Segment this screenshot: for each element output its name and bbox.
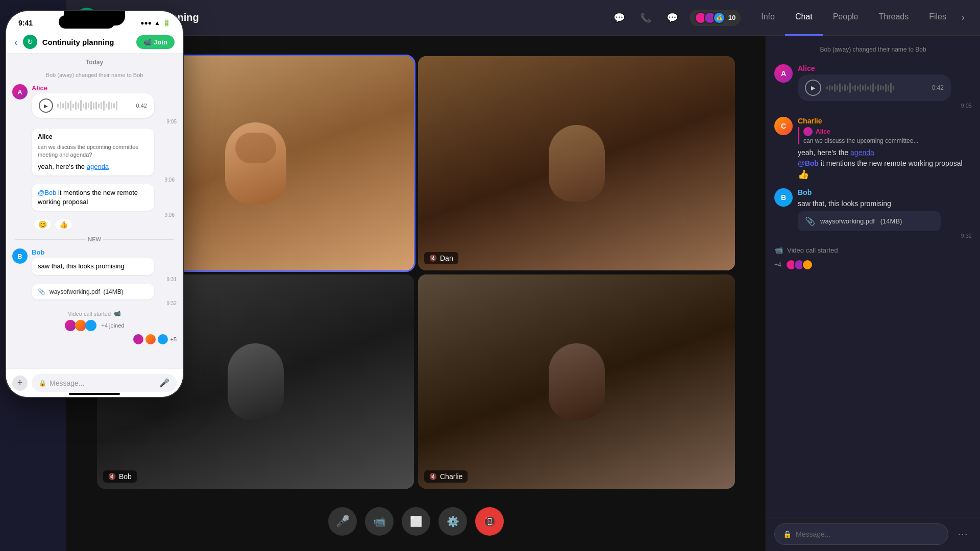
chat-joined-info: +4 bbox=[774, 258, 972, 272]
phone-call-video-icon: 📹 bbox=[114, 310, 121, 317]
phone-add-button[interactable]: + bbox=[12, 375, 28, 391]
charlie-face bbox=[549, 343, 605, 420]
video-cell-dan: 🔇 Dan bbox=[418, 56, 735, 270]
participants-count: 10 bbox=[728, 14, 736, 21]
tab-people[interactable]: People bbox=[823, 0, 869, 36]
phone-extra-avatar-1 bbox=[133, 334, 143, 344]
tab-chat[interactable]: Chat bbox=[785, 0, 823, 36]
phone-join-button[interactable]: 📹 Join bbox=[136, 35, 175, 49]
chat-bob-avatar: B bbox=[774, 188, 793, 207]
phone-input-placeholder: Message... bbox=[50, 379, 156, 387]
phone-file-attachment-icon: 📎 bbox=[38, 288, 45, 295]
chat-reply-header: Alice bbox=[803, 127, 972, 136]
phone-bob-avatar: B bbox=[12, 248, 28, 264]
chat-action-button[interactable]: 💬 bbox=[610, 9, 628, 27]
phone-status-icons: ●●● ▲ 🔋 bbox=[140, 19, 170, 27]
phone-voice-duration: 0:42 bbox=[136, 103, 147, 109]
chat-bob-mention: @Bob bbox=[798, 159, 819, 167]
chat-sidebar: Bob (away) changed their name to Bob A A… bbox=[766, 36, 980, 551]
phone-chat-body: Today Bob (away) changed their name to B… bbox=[6, 54, 183, 383]
phone-reaction-thumbsup[interactable]: 👍 bbox=[55, 219, 72, 230]
phone-channel-title: Continuity planning bbox=[42, 38, 132, 46]
phone-header: ‹ ↻ Continuity planning 📹 Join bbox=[6, 31, 183, 54]
phone-back-button[interactable]: ‹ bbox=[14, 36, 18, 48]
chat-charlie-reply: Alice can we discuss the upcoming commit… bbox=[798, 127, 972, 144]
phone-message-input[interactable]: 🔒 Message... 🎤 bbox=[32, 374, 177, 392]
alice-face bbox=[225, 122, 286, 204]
chat-reply-text: can we discuss the upcoming committee... bbox=[803, 137, 972, 144]
phone-alice-name: Alice bbox=[32, 84, 177, 92]
chat-call-video-icon: 📹 bbox=[774, 246, 783, 254]
chat-alice-voice-content: Alice ▶ 0:42 9:05 bbox=[798, 64, 972, 109]
chat-bob-content: Bob saw that, this looks promising 📎 way… bbox=[798, 188, 972, 239]
video-cell-charlie: 🔇 Charlie bbox=[418, 274, 735, 489]
phone-screen: 9:41 ●●● ▲ 🔋 ‹ ↻ Continuity planning 📹 J… bbox=[5, 10, 184, 398]
phone-join-icon: 📹 bbox=[143, 38, 152, 46]
phone-notch bbox=[64, 11, 125, 26]
phone-alice-mention-bubble: @Bob it mentions the new remote working … bbox=[32, 184, 154, 211]
chat-voice-bubble: ▶ 0:42 bbox=[798, 74, 951, 101]
call-action-button[interactable]: 📞 bbox=[636, 9, 655, 27]
chat-agenda-link[interactable]: agenda bbox=[850, 148, 874, 157]
chat-file-icon: 📎 bbox=[805, 216, 815, 226]
mute-icon: 🎤 bbox=[336, 515, 350, 528]
share-screen-icon: ⬜ bbox=[410, 515, 423, 528]
battery-icon: 🔋 bbox=[163, 19, 170, 27]
participants-pill[interactable]: 💰 10 bbox=[690, 10, 741, 26]
phone-play-button[interactable]: ▶ bbox=[39, 98, 53, 113]
chat-more-button[interactable]: ⋯ bbox=[953, 526, 972, 542]
tab-files-label: Files bbox=[929, 12, 946, 21]
phone-plus-5: +5 bbox=[170, 336, 177, 342]
mute-button[interactable]: 🎤 bbox=[328, 507, 357, 536]
chat-input-placeholder: Message... bbox=[796, 530, 940, 538]
settings-button[interactable]: ⚙️ bbox=[438, 507, 467, 536]
tab-chat-label: Chat bbox=[795, 12, 813, 21]
chat-message-input[interactable]: 🔒 Message... bbox=[774, 523, 948, 545]
phone-alice-text-row: Alice can we discuss the upcoming commit… bbox=[6, 127, 183, 232]
app-body: 🎤 Alice 🔇 Dan bbox=[66, 36, 980, 551]
dan-video-name: Dan bbox=[440, 254, 453, 262]
chat-voice-duration: 0:42 bbox=[932, 84, 944, 91]
chat-charlie-sender-name: Charlie bbox=[798, 117, 972, 125]
camera-button[interactable]: 📹 bbox=[365, 507, 394, 536]
chat-joined-avatars bbox=[786, 259, 813, 270]
charlie-video-name: Charlie bbox=[440, 472, 462, 481]
tab-more[interactable]: › bbox=[957, 0, 970, 36]
charlie-name-tag: 🔇 Charlie bbox=[424, 470, 468, 483]
chat-file-name: waysofworking.pdf (14MB) bbox=[820, 217, 902, 225]
signal-icon: ●●● bbox=[140, 19, 152, 27]
phone-more-joined: +5 bbox=[6, 333, 183, 345]
chat-charlie-row: C Charlie Alice can we discuss the upcom… bbox=[774, 114, 972, 183]
phone-bob-file-time: 9:32 bbox=[32, 300, 177, 306]
phone-voice-bubble: ▶ 0:42 bbox=[32, 93, 154, 118]
tab-files[interactable]: Files bbox=[919, 0, 957, 36]
phone-alice-avatar: A bbox=[12, 84, 28, 99]
phone-extra-avatar-3 bbox=[158, 334, 168, 344]
alice-hair bbox=[235, 133, 276, 163]
thread-action-button[interactable]: 💬 bbox=[663, 9, 681, 27]
chat-action-icon: 💬 bbox=[614, 12, 625, 23]
tab-info[interactable]: Info bbox=[751, 0, 785, 36]
tab-threads[interactable]: Threads bbox=[869, 0, 919, 36]
chat-alice-avatar: A bbox=[774, 64, 793, 83]
chat-play-button[interactable]: ▶ bbox=[805, 80, 821, 96]
tab-threads-label: Threads bbox=[879, 12, 909, 21]
end-call-button[interactable]: 📵 bbox=[475, 507, 504, 536]
phone-reaction-smile[interactable]: 😊 bbox=[34, 219, 52, 230]
tab-info-label: Info bbox=[761, 12, 775, 21]
phone-joined-avatar-1 bbox=[65, 320, 76, 331]
phone-bob-name: Bob bbox=[32, 248, 177, 256]
phone-lock-icon: 🔒 bbox=[39, 380, 46, 387]
camera-icon: 📹 bbox=[373, 515, 386, 528]
chat-alice-voice-time: 9:05 bbox=[798, 103, 972, 109]
phone-reactions: 😊 👍 bbox=[32, 219, 177, 230]
share-screen-button[interactable]: ⬜ bbox=[402, 507, 430, 536]
phone-bob-mention: @Bob bbox=[38, 189, 56, 196]
phone-date-header: Today bbox=[6, 54, 183, 71]
phone-agenda-link[interactable]: agenda bbox=[87, 163, 109, 170]
dan-name-tag: 🔇 Dan bbox=[424, 252, 458, 264]
phone-mic-icon[interactable]: 🎤 bbox=[159, 378, 169, 388]
app-header: ↻ Continuity planning 💬 📞 💬 💰 10 bbox=[66, 0, 980, 36]
phone-quote-header: Alice bbox=[38, 133, 148, 141]
phone-mention-time: 9:06 bbox=[32, 212, 175, 218]
